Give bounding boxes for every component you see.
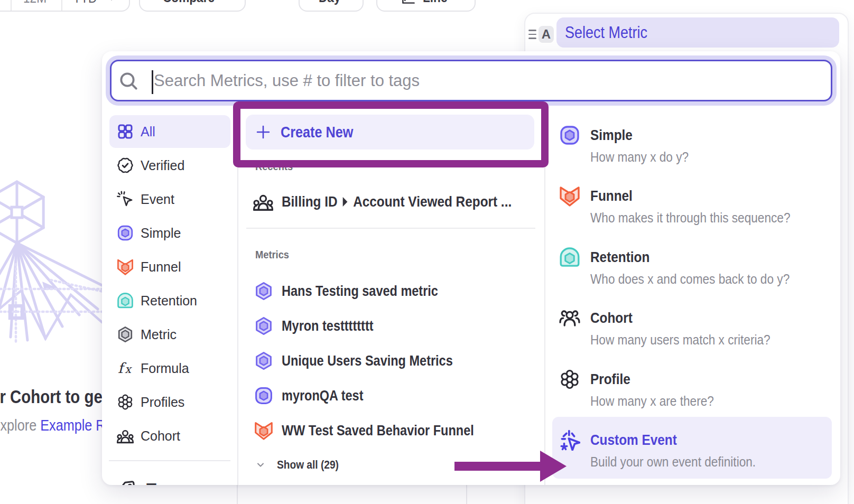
empty-state-illustration [0, 158, 106, 349]
sidebar-item-label: Funnel [141, 259, 181, 275]
type-text: FunnelWho makes it through this sequence… [590, 186, 790, 227]
metric-list-item[interactable]: Hans Testing saved metric [246, 274, 542, 309]
sidebar-item-label: Cohort [141, 428, 180, 444]
simple-icon [254, 386, 273, 405]
type-title: Custom Event [590, 430, 756, 450]
hex-icon [254, 282, 273, 301]
sidebar-item-simple[interactable]: Simple [102, 216, 237, 250]
search-icon [118, 70, 139, 91]
metric-type-cohort[interactable]: CohortHow many users match x criteria? [549, 298, 834, 359]
arrow-icon [453, 446, 570, 486]
type-description: How many users match x criteria? [590, 330, 771, 349]
simple-icon [117, 225, 134, 241]
grid-icon-box [117, 123, 134, 140]
metric-item-label: Unique Users Saving Metrics [282, 353, 453, 369]
chevron-down-icon [255, 460, 266, 470]
hex-icon-box [254, 316, 273, 335]
verified-icon-box [117, 157, 134, 174]
sidebar-item-retention[interactable]: Retention [102, 284, 237, 318]
compare-button[interactable]: Compare [139, 0, 246, 12]
sidebar-item-funnel[interactable]: Funnel [102, 250, 237, 284]
hex-icon-box [254, 282, 273, 301]
metric-type-retention[interactable]: RetentionWho does x and comes back to do… [549, 237, 834, 298]
sidebar-item-label: Tags [146, 480, 183, 485]
chevron-down-icon [105, 0, 118, 5]
drag-handle-icon[interactable] [528, 30, 536, 39]
simple-icon-box [254, 386, 273, 405]
profiles-icon [117, 394, 134, 410]
metrics-heading: Metrics [255, 248, 294, 261]
breadcrumb-arrow-icon [343, 197, 348, 207]
sidebar-item-label: Metric [141, 327, 177, 342]
sidebar-item-label: Event [141, 192, 174, 207]
line-label: Line [423, 0, 448, 6]
type-description: Who makes it through this sequence? [590, 208, 790, 227]
metric-list-item[interactable]: Unique Users Saving Metrics [246, 343, 542, 378]
12m-label: 12M [23, 0, 47, 6]
chevron-down-icon [105, 0, 118, 5]
date-range-segment-12m[interactable]: 12M [11, 0, 61, 11]
sidebar-item-label: Profiles [141, 395, 184, 410]
metric-type-custom-event[interactable]: Custom EventBuild your own event definit… [549, 420, 834, 481]
sidebar-item-profiles[interactable]: Profiles [102, 385, 237, 419]
profiles-icon-box [117, 394, 134, 410]
cohort-icon [117, 427, 134, 444]
type-description: Build your own event definition. [590, 452, 756, 471]
ytd-label: YTD [73, 0, 97, 6]
funnel-icon [254, 421, 273, 440]
date-range-segmented-control: 12M YTD [0, 0, 130, 12]
category-list: All Verified Event Simple Funnel Retenti… [102, 115, 237, 453]
category-list-divider [109, 460, 230, 461]
type-text: SimpleHow many x do y? [590, 125, 689, 166]
cohort-icon [253, 192, 273, 212]
recent-item-row[interactable]: Billing ID Account Viewed Report ... [246, 184, 534, 220]
middle-column-divider [246, 228, 535, 229]
day-label: Day [319, 0, 341, 6]
type-description: How many x are there? [590, 391, 714, 410]
sidebar-item-label: Formula [141, 361, 189, 376]
wireframe-illustration-svg [0, 158, 106, 349]
search-icon [118, 70, 139, 91]
search-input[interactable] [154, 61, 836, 100]
show-all-label: Show all (29) [277, 458, 339, 472]
metric-type-funnel[interactable]: FunnelWho makes it through this sequence… [549, 176, 834, 237]
metric-type-simple[interactable]: SimpleHow many x do y? [549, 115, 834, 176]
sidebar-item-verified[interactable]: Verified [102, 148, 237, 182]
line-chart-icon [401, 0, 416, 5]
sidebar-item-metric[interactable]: Metric [102, 318, 237, 351]
chart-type-line-button[interactable]: Line [376, 0, 476, 12]
compare-label: Compare [163, 0, 215, 6]
sidebar-item-formula[interactable]: f xFormula [102, 351, 237, 385]
formula-icon-box: f x [117, 360, 134, 377]
sidebar-item-label: Simple [141, 226, 181, 241]
date-range-segment-hidden[interactable] [0, 0, 11, 11]
empty-sub-prefix: or explore [0, 417, 40, 434]
sidebar-item-label: Verified [141, 158, 184, 173]
event-icon [117, 191, 134, 208]
profiles-icon [559, 369, 580, 390]
simple-icon-box [117, 225, 134, 241]
granularity-day-button[interactable]: Day [299, 0, 364, 12]
sidebar-item-event[interactable]: Event [102, 182, 237, 216]
sidebar-item-all[interactable]: All [102, 115, 237, 148]
date-range-segment-ytd[interactable]: YTD [61, 0, 129, 11]
metric-list-item[interactable]: WW Test Saved Behavior Funnel [246, 413, 542, 448]
hex-icon [254, 316, 273, 335]
metric-item-label: myronQA test [282, 388, 363, 404]
type-title: Retention [590, 247, 790, 267]
verified-icon [117, 157, 134, 174]
recent-item-secondary: Account Viewed Report ... [353, 193, 512, 210]
metrics-heading-text: Metrics [255, 248, 289, 261]
funnel-icon [559, 185, 580, 207]
metric-type-profile[interactable]: ProfileHow many x are there? [549, 359, 834, 420]
annotation-arrow [453, 446, 570, 486]
cohort2-icon [559, 307, 580, 329]
type-text: Custom EventBuild your own event definit… [590, 430, 756, 471]
cohort-icon-box [117, 427, 134, 444]
select-metric-pill[interactable]: Select Metric [556, 17, 839, 48]
metric-list-item[interactable]: Myron testttttttt [246, 309, 542, 343]
sidebar-item-cohort[interactable]: Cohort [102, 419, 237, 453]
sidebar-item-tags[interactable]: Tags [102, 474, 237, 485]
metric-list-item[interactable]: myronQA test [246, 378, 542, 413]
chevron-down-icon [255, 460, 266, 470]
